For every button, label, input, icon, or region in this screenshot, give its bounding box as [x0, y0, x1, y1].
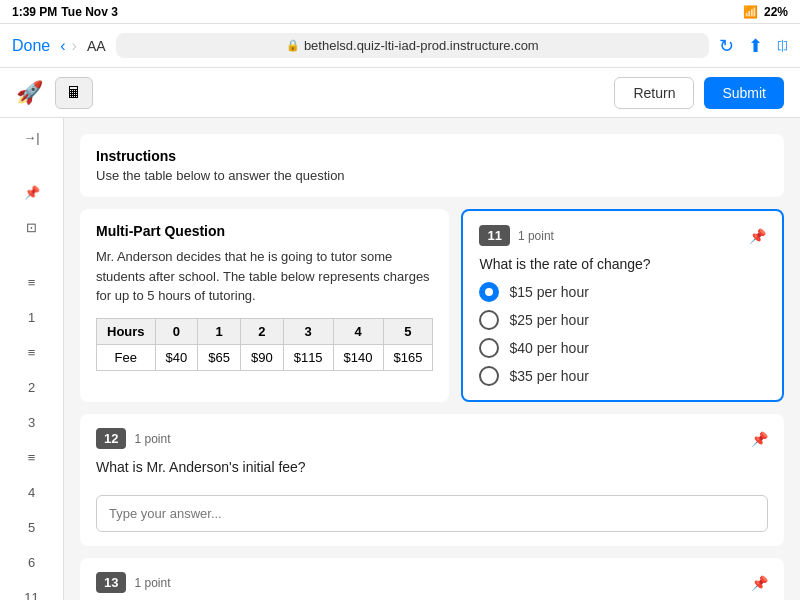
- nav-arrows: ‹ ›: [60, 37, 77, 55]
- fee-1: $65: [198, 344, 241, 370]
- rocket-icon: 🚀: [16, 80, 43, 106]
- app-bar-right: Return Submit: [614, 77, 784, 109]
- question-11-points: 1 point: [518, 229, 554, 243]
- question-row-11: Multi-Part Question Mr. Anderson decides…: [80, 209, 784, 402]
- row-label-fee: Fee: [97, 344, 156, 370]
- question-12-input[interactable]: [96, 495, 768, 532]
- instructions-section: Instructions Use the table below to answ…: [80, 134, 784, 197]
- question-12-number: 12: [96, 428, 126, 449]
- lock-icon: 🔒: [286, 39, 300, 52]
- browser-nav-bar: Done ‹ › AA 🔒 bethelsd.quiz-lti-iad-prod…: [0, 24, 800, 68]
- sidebar-item-list1[interactable]: ≡: [12, 275, 52, 290]
- sidebar-item-grid[interactable]: ⊡: [12, 220, 52, 235]
- sidebar-item-list2[interactable]: ≡: [12, 345, 52, 360]
- question-13-card: 13 1 point 📌 What would the cost of 11 h…: [80, 558, 784, 600]
- status-bar: 1:39 PM Tue Nov 3 📶 22%: [0, 0, 800, 24]
- option-40-label: $40 per hour: [509, 340, 588, 356]
- battery-display: 22%: [764, 5, 788, 19]
- time-display: 1:39 PM: [12, 5, 57, 19]
- fee-0: $40: [155, 344, 198, 370]
- question-11-number: 11: [479, 225, 509, 246]
- question-11-header: 11 1 point 📌: [479, 225, 766, 246]
- wifi-icon: 📶: [743, 5, 758, 19]
- question-12-header: 12 1 point 📌: [96, 428, 768, 449]
- question-12-points: 1 point: [134, 432, 170, 446]
- option-35-per-hour[interactable]: $35 per hour: [479, 366, 766, 386]
- calculator-button[interactable]: 🖩: [55, 77, 93, 109]
- tutoring-table: Hours 0 1 2 3 4 5 Fee $40: [96, 318, 433, 371]
- multi-part-card: Multi-Part Question Mr. Anderson decides…: [80, 209, 449, 402]
- question-11-text: What is the rate of change?: [479, 256, 766, 272]
- radio-25-per-hour[interactable]: [479, 310, 499, 330]
- sidebar-item-list3[interactable]: ≡: [12, 450, 52, 465]
- question-13-header: 13 1 point 📌: [96, 572, 768, 593]
- fee-5: $165: [383, 344, 433, 370]
- sidebar-item-1[interactable]: 1: [12, 310, 52, 325]
- status-bar-right: 📶 22%: [743, 5, 788, 19]
- share-icon[interactable]: ⬆: [748, 35, 763, 57]
- forward-arrow-icon[interactable]: ›: [72, 37, 77, 55]
- col-header-label: Hours: [97, 318, 156, 344]
- col-header-1: 1: [198, 318, 241, 344]
- col-header-2: 2: [240, 318, 283, 344]
- back-arrow-icon[interactable]: ‹: [60, 37, 65, 55]
- done-button[interactable]: Done: [12, 37, 50, 55]
- pin-icon-12[interactable]: 📌: [751, 431, 768, 447]
- fee-4: $140: [333, 344, 383, 370]
- sidebar-item-arrow[interactable]: →|: [12, 130, 52, 145]
- instructions-text: Use the table below to answer the questi…: [96, 168, 768, 183]
- text-size-button[interactable]: AA: [87, 38, 106, 54]
- radio-40-per-hour[interactable]: [479, 338, 499, 358]
- question-11-card: 11 1 point 📌 What is the rate of change?…: [461, 209, 784, 402]
- sidebar-item-3[interactable]: 3: [12, 415, 52, 430]
- question-12-card: 12 1 point 📌 What is Mr. Anderson's init…: [80, 414, 784, 546]
- sidebar-item-4[interactable]: 4: [12, 485, 52, 500]
- option-35-label: $35 per hour: [509, 368, 588, 384]
- main-container: →| 📌 ⊡ ≡ 1 ≡ 2 3 ≡ 4 5 6 11 Instructions…: [0, 118, 800, 600]
- col-header-4: 4: [333, 318, 383, 344]
- sidebar-item-11[interactable]: 11: [12, 590, 52, 600]
- table-data-row: Fee $40 $65 $90 $115 $140 $165: [97, 344, 433, 370]
- question-13-number: 13: [96, 572, 126, 593]
- sidebar: →| 📌 ⊡ ≡ 1 ≡ 2 3 ≡ 4 5 6 11: [0, 118, 64, 600]
- bookmark-icon[interactable]: ⎅: [777, 35, 788, 56]
- col-header-3: 3: [283, 318, 333, 344]
- instructions-title: Instructions: [96, 148, 768, 164]
- status-bar-left: 1:39 PM Tue Nov 3: [12, 5, 118, 19]
- option-15-per-hour[interactable]: $15 per hour: [479, 282, 766, 302]
- multi-part-description: Mr. Anderson decides that he is going to…: [96, 247, 433, 306]
- table-header-row: Hours 0 1 2 3 4 5: [97, 318, 433, 344]
- browser-right-icons: ↻ ⬆ ⎅: [719, 35, 788, 57]
- sidebar-item-2[interactable]: 2: [12, 380, 52, 395]
- pin-icon-13[interactable]: 📌: [751, 575, 768, 591]
- app-bar-left: 🚀 🖩: [16, 77, 93, 109]
- option-40-per-hour[interactable]: $40 per hour: [479, 338, 766, 358]
- url-bar[interactable]: 🔒 bethelsd.quiz-lti-iad-prod.instructure…: [116, 33, 709, 58]
- col-header-0: 0: [155, 318, 198, 344]
- url-text: bethelsd.quiz-lti-iad-prod.instructure.c…: [304, 38, 539, 53]
- return-button[interactable]: Return: [614, 77, 694, 109]
- reload-icon[interactable]: ↻: [719, 35, 734, 57]
- sidebar-item-5[interactable]: 5: [12, 520, 52, 535]
- sidebar-item-pin[interactable]: 📌: [12, 185, 52, 200]
- multi-part-title: Multi-Part Question: [96, 223, 433, 239]
- content-area: Instructions Use the table below to answ…: [64, 118, 800, 600]
- submit-button[interactable]: Submit: [704, 77, 784, 109]
- fee-3: $115: [283, 344, 333, 370]
- pin-icon-11[interactable]: 📌: [749, 228, 766, 244]
- date-display: Tue Nov 3: [61, 5, 117, 19]
- option-15-label: $15 per hour: [509, 284, 588, 300]
- question-13-points: 1 point: [134, 576, 170, 590]
- app-bar: 🚀 🖩 Return Submit: [0, 68, 800, 118]
- sidebar-item-6[interactable]: 6: [12, 555, 52, 570]
- fee-2: $90: [240, 344, 283, 370]
- col-header-5: 5: [383, 318, 433, 344]
- option-25-label: $25 per hour: [509, 312, 588, 328]
- radio-35-per-hour[interactable]: [479, 366, 499, 386]
- question-12-text: What is Mr. Anderson's initial fee?: [96, 459, 768, 475]
- option-25-per-hour[interactable]: $25 per hour: [479, 310, 766, 330]
- radio-15-per-hour[interactable]: [479, 282, 499, 302]
- question-11-options: $15 per hour $25 per hour $40 per hour $…: [479, 282, 766, 386]
